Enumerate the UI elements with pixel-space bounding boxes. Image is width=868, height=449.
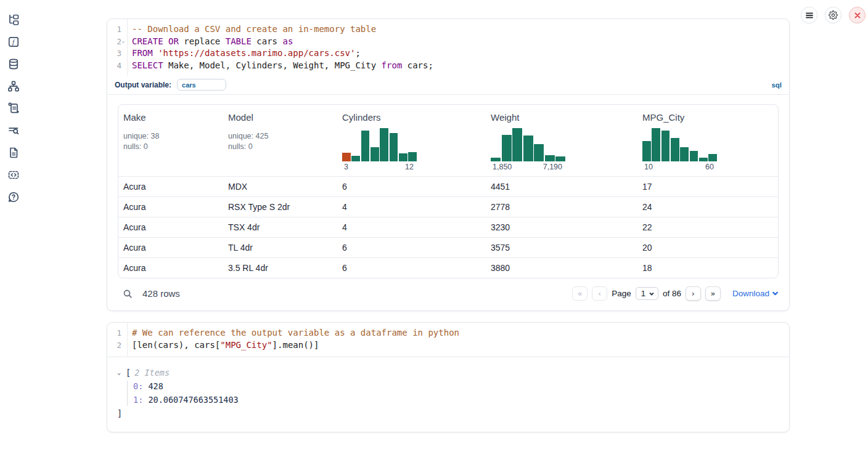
histogram-bar — [534, 144, 544, 161]
histogram-bar — [545, 155, 555, 161]
line-number: 1 — [107, 23, 121, 36]
search-icon — [123, 289, 133, 299]
column-label[interactable]: Cylinders — [342, 112, 381, 123]
sql-code-editor[interactable]: 1-- Download a CSV and create an in-memo… — [107, 19, 789, 76]
svg-text:f: f — [12, 38, 15, 46]
column-label[interactable]: Weight — [491, 112, 519, 123]
search-button[interactable] — [123, 289, 133, 299]
row-count: 428 rows — [142, 288, 180, 299]
histogram-bar — [680, 147, 689, 161]
histogram-bar — [502, 135, 512, 161]
axis-min-label: 1,850 — [493, 163, 512, 171]
line-number: 3 — [107, 47, 121, 60]
histogram-bar — [661, 131, 670, 161]
tree-entry: 0: 428 — [117, 379, 779, 394]
python-cell: 1# We can reference the output variable … — [107, 322, 790, 432]
language-badge: sql — [771, 81, 782, 89]
dependency-graph-icon[interactable] — [7, 80, 20, 92]
column-label[interactable]: MPG_City — [642, 112, 684, 123]
weight-histogram[interactable]: 1,8507,190 — [491, 128, 565, 171]
logs-icon[interactable] — [7, 124, 20, 137]
table-cell: 18 — [637, 263, 778, 273]
table-cell: Acura — [118, 263, 223, 273]
sql-cell: 1-- Download a CSV and create an in-memo… — [107, 18, 790, 311]
table-cell: 4 — [337, 202, 486, 212]
column-header-make: Make unique: 38 nulls: 0 — [118, 112, 223, 171]
tree-root: ⌄[2 Items — [117, 366, 779, 379]
histogram-bar — [380, 128, 388, 161]
last-page-button[interactable]: » — [705, 286, 721, 301]
histogram-bar — [671, 138, 679, 161]
axis-max-label: 7,190 — [543, 163, 562, 171]
table-cell: 3880 — [486, 263, 637, 273]
table-cell: 3.5 RL 4dr — [223, 263, 337, 273]
snippets-icon[interactable] — [7, 169, 20, 181]
next-page-button[interactable]: › — [686, 286, 701, 301]
column-label[interactable]: Make — [123, 112, 146, 123]
previous-page-button[interactable]: ‹ — [592, 286, 607, 301]
documentation-icon[interactable] — [7, 147, 20, 159]
table-cell: 24 — [637, 202, 778, 212]
table-cell: 3575 — [486, 243, 637, 253]
histogram-bar — [361, 131, 370, 161]
cylinders-histogram[interactable]: 312 — [342, 128, 417, 171]
histogram-bar — [390, 133, 398, 161]
database-icon[interactable] — [7, 58, 20, 70]
histogram-bar — [642, 141, 651, 161]
file-explorer-icon[interactable] — [7, 14, 20, 26]
line-number: 2 — [107, 339, 121, 352]
notebook-cells: 1-- Download a CSV and create an in-memo… — [107, 18, 790, 432]
shutdown-button[interactable] — [849, 7, 866, 23]
output-variable-input[interactable] — [177, 79, 226, 91]
histogram-bar — [699, 158, 708, 161]
histogram-bar — [371, 147, 379, 161]
table-cell: 4451 — [486, 182, 637, 192]
table-footer: 428 rows « ‹ Page 1 of 86 › » Download — [107, 278, 789, 310]
tree-entry: 1: 20.060747663551403 — [117, 393, 779, 407]
line-number: 2 — [107, 36, 121, 48]
tree-close-bracket: ] — [117, 407, 779, 419]
left-panel-sidebar: f — [0, 0, 27, 449]
collapse-chevron-icon[interactable]: ⌄ — [117, 366, 126, 379]
first-page-button[interactable]: « — [572, 286, 588, 301]
settings-button[interactable] — [825, 7, 841, 23]
items-count: 2 Items — [134, 366, 170, 379]
table-row: AcuraRSX Type S 2dr4277824 — [118, 196, 778, 217]
histogram-bar — [523, 136, 533, 161]
column-label[interactable]: Model — [228, 112, 253, 123]
tree-index: 0: — [133, 381, 143, 391]
mpg-city-histogram[interactable]: 1060 — [642, 128, 717, 171]
help-icon[interactable] — [7, 191, 20, 203]
axis-max-label: 60 — [705, 163, 714, 171]
data-table: Make unique: 38 nulls: 0 Model unique: 4… — [118, 104, 779, 278]
table-row: AcuraTL 4dr6357520 — [118, 237, 778, 257]
page-label: Page — [612, 289, 631, 298]
download-button[interactable]: Download — [732, 289, 779, 298]
table-cell: Acura — [118, 222, 223, 232]
table-cell: 6 — [337, 182, 486, 192]
variables-icon[interactable]: f — [7, 36, 20, 48]
chevron-down-icon — [772, 290, 779, 297]
axis-min-label: 3 — [344, 163, 348, 171]
code-line: 1# We can reference the output variable … — [107, 327, 782, 339]
scratchpad-icon[interactable] — [7, 102, 20, 115]
table-cell: Acura — [118, 243, 223, 253]
tree-value: 20.060747663551403 — [143, 395, 238, 405]
tree-index: 1: — [133, 395, 143, 405]
hamburger-icon — [805, 11, 814, 20]
table-cell: RSX Type S 2dr — [223, 202, 337, 212]
column-header-weight: Weight 1,8507,190 — [486, 112, 637, 171]
table-cell: TSX 4dr — [223, 222, 337, 232]
table-cell: Acura — [118, 182, 223, 192]
page-total-label: of 86 — [663, 289, 681, 298]
table-cell: 22 — [637, 222, 778, 232]
page-select[interactable]: 1 — [636, 287, 658, 300]
histogram-bar — [690, 151, 698, 161]
menu-button[interactable] — [801, 7, 817, 23]
histogram-bar — [555, 156, 565, 161]
python-code-editor[interactable]: 1# We can reference the output variable … — [107, 323, 789, 356]
code-line: 1-- Download a CSV and create an in-memo… — [107, 23, 782, 36]
fold-chevron-icon[interactable]: ⌄ — [121, 34, 125, 47]
table-cell: Acura — [118, 202, 223, 212]
code-line: 4SELECT Make, Model, Cylinders, Weight, … — [107, 60, 782, 72]
